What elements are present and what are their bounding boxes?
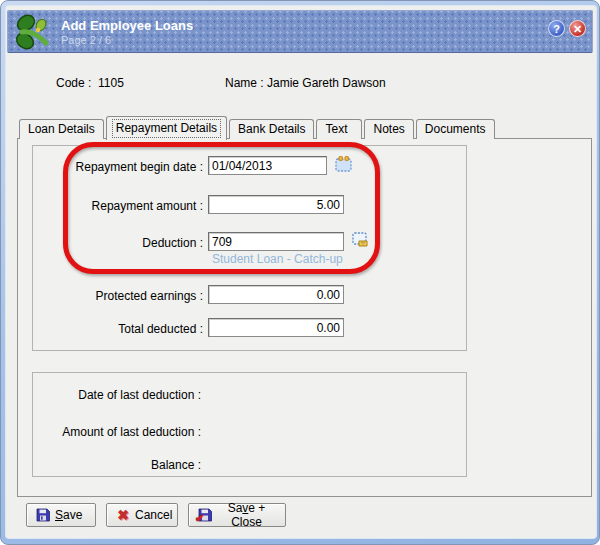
save-button-label: Save — [55, 508, 82, 522]
repayment-begin-date-label: Repayment begin date : — [43, 160, 203, 174]
protected-earnings-input[interactable] — [208, 285, 344, 304]
floppy-check-icon: ✔ — [198, 508, 212, 522]
tab-documents[interactable]: Documents — [416, 119, 495, 139]
tab-bank-details[interactable]: Bank Details — [229, 119, 314, 139]
deduction-input[interactable] — [208, 232, 344, 251]
code-label: Code : — [56, 76, 91, 90]
date-of-last-deduction-label: Date of last deduction : — [43, 388, 201, 402]
titlebar: Add Employee Loans Page 2 / 6 ? ✕ — [7, 10, 593, 53]
cancel-button-label: Cancel — [135, 508, 172, 522]
dialog-body: Add Employee Loans Page 2 / 6 ? ✕ Code :… — [6, 6, 596, 538]
help-button[interactable]: ? — [548, 20, 565, 37]
protected-earnings-label: Protected earnings : — [43, 289, 203, 303]
deduction-label: Deduction : — [43, 236, 203, 250]
tab-strip: Loan Details Repayment Details Bank Deta… — [19, 115, 497, 139]
amount-of-last-deduction-label: Amount of last deduction : — [43, 425, 201, 439]
red-x-icon: ✖ — [116, 508, 130, 522]
window-title: Add Employee Loans — [61, 18, 193, 33]
total-deducted-input[interactable] — [208, 318, 344, 337]
tab-text[interactable]: Text — [316, 119, 362, 139]
save-and-close-button[interactable]: ✔ Save + Close — [188, 503, 286, 527]
repayment-amount-input[interactable] — [208, 195, 344, 214]
floppy-disk-icon — [36, 508, 50, 522]
deduction-hint: Student Loan - Catch-up — [212, 252, 343, 266]
repayment-details-panel: Repayment begin date : Repayment amount … — [17, 138, 592, 497]
page-indicator: Page 2 / 6 — [61, 34, 111, 46]
deduction-lookup-icon[interactable] — [351, 231, 370, 249]
code-value: 1105 — [98, 76, 124, 90]
name-label: Name : — [225, 76, 264, 90]
repayment-amount-label: Repayment amount : — [43, 199, 203, 213]
save-button[interactable]: Save — [26, 503, 96, 527]
tab-repayment-details[interactable]: Repayment Details — [106, 116, 227, 140]
calendar-icon[interactable] — [334, 155, 353, 173]
name-value: Jamie Gareth Dawson — [267, 76, 386, 90]
cancel-button[interactable]: ✖ Cancel — [106, 503, 178, 527]
save-close-button-label: Save + Close — [217, 501, 276, 529]
close-button[interactable]: ✕ — [569, 20, 586, 37]
app-logo-icon — [14, 13, 54, 51]
balance-label: Balance : — [43, 458, 201, 472]
total-deducted-label: Total deducted : — [43, 322, 203, 336]
dialog-window: Add Employee Loans Page 2 / 6 ? ✕ Code :… — [0, 0, 600, 545]
tab-loan-details[interactable]: Loan Details — [19, 119, 104, 139]
repayment-begin-date-input[interactable] — [208, 156, 327, 175]
tab-notes[interactable]: Notes — [364, 119, 413, 139]
